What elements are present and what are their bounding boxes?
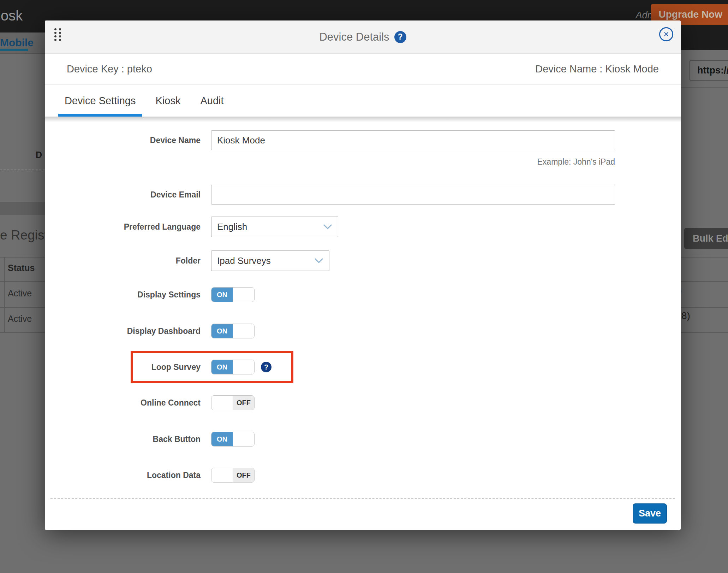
- save-button[interactable]: Save: [633, 503, 667, 524]
- location-data-row: Location Data OFF: [45, 468, 255, 483]
- display-dashboard-label: Display Dashboard: [45, 326, 201, 336]
- tab-device-settings[interactable]: Device Settings: [58, 85, 142, 117]
- close-icon[interactable]: ✕: [659, 27, 673, 41]
- device-name-label: Device Name: [45, 136, 201, 145]
- preferred-language-select[interactable]: English: [211, 217, 338, 237]
- device-key: Device Key : pteko: [67, 63, 152, 75]
- toggle-on-text: ON: [211, 288, 233, 302]
- folder-row: Folder Ipad Surveys: [45, 250, 329, 271]
- folder-value: Ipad Surveys: [217, 255, 271, 266]
- device-name-helper: Example: John's iPad: [211, 157, 615, 167]
- background-panel-divider: [681, 87, 728, 88]
- toggle-knob: [233, 432, 254, 446]
- preferred-language-label: Preferred Language: [45, 222, 201, 232]
- toggle-knob: [211, 396, 233, 410]
- table-border: [0, 307, 45, 308]
- toggle-on-text: ON: [211, 324, 233, 338]
- loop-survey-toggle[interactable]: ON: [211, 360, 255, 374]
- bulk-edit-button[interactable]: Bulk Edit: [684, 228, 728, 249]
- toggle-off-text: OFF: [233, 468, 254, 482]
- online-connect-label: Online Connect: [45, 398, 201, 408]
- device-email-input[interactable]: [211, 185, 615, 205]
- display-settings-toggle[interactable]: ON: [211, 287, 255, 302]
- online-connect-row: Online Connect OFF: [45, 395, 255, 410]
- display-settings-row: Display Settings ON: [45, 287, 255, 302]
- table-border: [0, 257, 45, 258]
- loop-survey-label: Loop Survey: [45, 362, 201, 372]
- table-row-status: Active: [8, 288, 32, 299]
- modal-tabbar: Device Settings Kiosk Audit: [45, 85, 681, 117]
- table-border: [0, 281, 45, 282]
- location-data-label: Location Data: [45, 471, 201, 480]
- back-button-label: Back Button: [45, 435, 201, 444]
- loop-survey-row: Loop Survey ON: [45, 360, 255, 374]
- toggle-knob: [233, 360, 254, 374]
- display-dashboard-toggle[interactable]: ON: [211, 324, 255, 338]
- page-tabbar: Mobile: [0, 33, 45, 54]
- navbar-extension: [681, 33, 728, 50]
- toggle-on-text: ON: [211, 432, 233, 446]
- loop-survey-help-icon[interactable]: ?: [261, 362, 271, 372]
- tab-audit[interactable]: Audit: [194, 85, 230, 117]
- table-row-status: Active: [8, 314, 32, 324]
- chevron-down-icon: [314, 258, 323, 264]
- preferred-language-value: English: [217, 221, 247, 232]
- device-meta-row: Device Key : pteko Device Name : Kiosk M…: [45, 54, 681, 85]
- device-name-header: Device Name : Kiosk Mode: [535, 63, 659, 75]
- table-border: [681, 307, 728, 308]
- app-logo: osk: [1, 8, 23, 24]
- table-border: [681, 281, 728, 282]
- status-column-header: Status: [8, 263, 35, 273]
- toggle-on-text: ON: [211, 360, 233, 374]
- toggle-knob: [211, 468, 233, 482]
- table-border: [681, 332, 728, 333]
- registration-heading: e Registr: [0, 228, 52, 243]
- back-button-toggle[interactable]: ON: [211, 432, 255, 447]
- table-cell-fragment: 8): [681, 310, 690, 321]
- table-border: [681, 257, 728, 258]
- tab-mobile-underline: [0, 49, 28, 51]
- display-settings-label: Display Settings: [45, 290, 201, 300]
- device-name-row: Device Name: [45, 130, 615, 150]
- tab-mobile[interactable]: Mobile: [0, 37, 34, 49]
- device-email-label: Device Email: [45, 190, 201, 200]
- background-dashed-divider: [0, 170, 45, 170]
- background-section-band: [0, 202, 45, 215]
- modal-title: Device Details: [319, 31, 389, 43]
- footer-divider: [50, 498, 675, 499]
- toggle-knob: [233, 288, 254, 302]
- background-label-fragment: D: [36, 150, 42, 160]
- location-data-toggle[interactable]: OFF: [211, 468, 255, 483]
- device-details-modal: Device Details ? ✕ Device Key : pteko De…: [45, 20, 681, 530]
- modal-header: Device Details ? ✕: [45, 20, 681, 54]
- display-dashboard-row: Display Dashboard ON: [45, 324, 255, 338]
- url-field[interactable]: https://: [690, 60, 728, 81]
- device-name-input[interactable]: [211, 130, 615, 150]
- folder-select[interactable]: Ipad Surveys: [211, 250, 329, 271]
- device-email-row: Device Email: [45, 185, 615, 205]
- drag-handle-icon[interactable]: [54, 28, 61, 41]
- tabbar-shadow: [45, 117, 681, 122]
- table-vertical-border: [4, 257, 5, 332]
- tab-kiosk[interactable]: Kiosk: [149, 85, 187, 117]
- table-border: [0, 332, 45, 333]
- help-icon[interactable]: ?: [394, 31, 406, 43]
- online-connect-toggle[interactable]: OFF: [211, 395, 255, 410]
- chevron-down-icon: [323, 224, 332, 230]
- folder-label: Folder: [45, 256, 201, 266]
- toggle-off-text: OFF: [233, 396, 254, 410]
- preferred-language-row: Preferred Language English: [45, 217, 338, 237]
- toggle-knob: [233, 324, 254, 338]
- back-button-row: Back Button ON: [45, 432, 255, 447]
